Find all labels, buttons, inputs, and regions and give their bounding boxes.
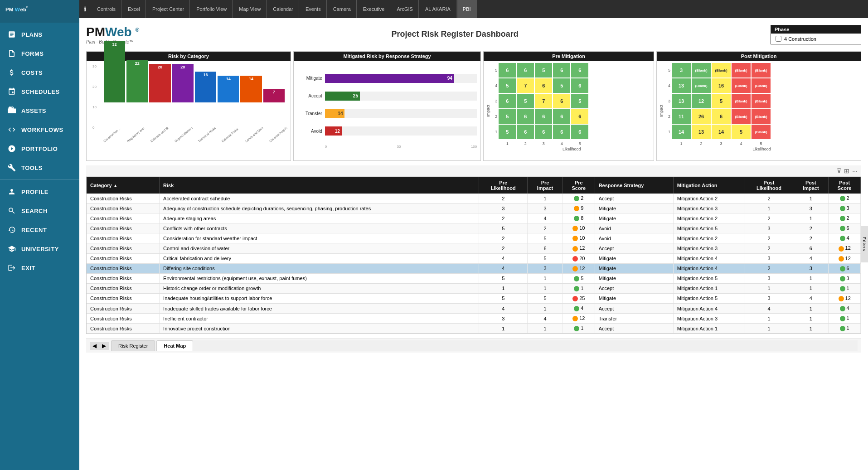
- nav-map-view[interactable]: Map View: [233, 0, 267, 18]
- table-row[interactable]: Construction Risks Inefficient contracto…: [87, 314, 861, 324]
- bar-col-6: 14: [240, 76, 262, 102]
- pre-hm-row-1: 1 5 6 6 6 6: [492, 125, 651, 139]
- pre-x-axis: 1 2 3 4 5: [499, 141, 651, 146]
- col-risk[interactable]: Risk: [160, 177, 479, 194]
- bottom-nav-area: ◀ ▶ Risk Register Heat Map: [86, 339, 861, 353]
- sidebar-item-recent[interactable]: RECENT: [0, 220, 79, 239]
- sidebar-item-profile[interactable]: PROFILE: [0, 182, 79, 201]
- more-icon[interactable]: ···: [852, 167, 858, 174]
- sidebar-item-assets[interactable]: ASSETS: [0, 101, 79, 120]
- cell-post-score: 3: [829, 273, 861, 283]
- sidebar-item-portfolio[interactable]: PORTFOLIO: [0, 139, 79, 158]
- col-category[interactable]: Category ▲: [87, 177, 160, 194]
- sidebar-item-tools[interactable]: TOOLS: [0, 158, 79, 177]
- cell-response: Mitigate: [595, 263, 673, 273]
- cell-post-l: 3: [745, 223, 793, 233]
- table-row[interactable]: Construction Risks Adequacy of construct…: [87, 204, 861, 213]
- content-area: PMWeb ® Plan · Build · Operate™ Project …: [79, 18, 868, 470]
- cell-post-l: 1: [745, 204, 793, 213]
- bar-7: 7: [263, 89, 285, 102]
- cell-pre-l: 4: [479, 263, 528, 273]
- bar-col-1: 22: [126, 60, 148, 102]
- sidebar-item-workflows[interactable]: WORKFLOWS: [0, 120, 79, 139]
- table-row[interactable]: Construction Risks Adequate staging area…: [87, 213, 861, 223]
- sidebar-item-exit[interactable]: EXIT: [0, 258, 79, 277]
- cell-risk: Accelerated contract schedule: [160, 194, 479, 204]
- cell-pre-l: 4: [479, 304, 528, 314]
- nav-calendar[interactable]: Calendar: [267, 0, 299, 18]
- pre-hm-row-2: 2 5 6 6 6 6: [492, 109, 651, 124]
- cell-pre-l: 2: [479, 213, 528, 223]
- cell-post-score: 1: [829, 283, 861, 293]
- table-row[interactable]: Construction Risks Control and diversion…: [87, 243, 861, 253]
- cell-post-score: 6: [829, 263, 861, 273]
- table-row[interactable]: Construction Risks Differing site condit…: [87, 263, 861, 273]
- cell-mitigation: Mitigation Action 3: [673, 243, 745, 253]
- col-pre-score[interactable]: PreScore: [563, 177, 595, 194]
- col-pre-likelihood[interactable]: PreLikelihood: [479, 177, 528, 194]
- tab-heat-map[interactable]: Heat Map: [156, 340, 193, 351]
- sidebar-item-forms[interactable]: FORMS: [0, 44, 79, 63]
- nav-project-center[interactable]: Project Center: [147, 0, 190, 18]
- nav-arcgis[interactable]: ArcGIS: [391, 0, 418, 18]
- cell-response: Accept: [595, 304, 673, 314]
- table-row[interactable]: Construction Risks Conflicts with other …: [87, 223, 861, 233]
- nav-alakaria[interactable]: AL AKARIA: [420, 0, 456, 18]
- sidebar-item-plans[interactable]: PLANS: [0, 25, 79, 44]
- mitigated-risk-body: Mitigate 94 Accept: [294, 61, 480, 160]
- cell-pre-i: 1: [528, 324, 563, 334]
- col-post-likelihood[interactable]: PostLikelihood: [745, 177, 793, 194]
- logo-registered: ®: [135, 27, 139, 33]
- nav-excel[interactable]: Excel: [122, 0, 146, 18]
- nav-portfolio-view[interactable]: Portfolio View: [191, 0, 233, 18]
- table-row[interactable]: Construction Risks Critical fabrication …: [87, 253, 861, 263]
- filter-icon[interactable]: ⊽: [837, 167, 841, 174]
- bottom-tabs: Risk Register Heat Map: [111, 340, 858, 351]
- sidebar-item-costs[interactable]: COSTS: [0, 63, 79, 82]
- table-row[interactable]: Construction Risks Environmental restric…: [87, 273, 861, 283]
- cell-mitigation: Mitigation Action 5: [673, 223, 745, 233]
- col-post-impact[interactable]: PostImpact: [793, 177, 829, 194]
- cell-pre-score: 20: [563, 253, 595, 263]
- nav-executive[interactable]: Executive: [358, 0, 391, 18]
- col-mitigation[interactable]: Mitigation Action: [673, 177, 745, 194]
- hbar-accept: Accept 25: [297, 92, 477, 101]
- prev-button[interactable]: ◀: [90, 342, 99, 350]
- cell-post-l: 2: [745, 263, 793, 273]
- nav-events[interactable]: Events: [300, 0, 327, 18]
- sidebar-item-search[interactable]: SEARCH: [0, 201, 79, 220]
- pre-mitigation-title: Pre Mitigation: [484, 52, 654, 61]
- mitigated-risk-panel: Mitigated Risk by Response Strategy Miti…: [293, 51, 481, 161]
- table-row[interactable]: Construction Risks Consideration for sta…: [87, 233, 861, 243]
- nav-camera[interactable]: Camera: [328, 0, 357, 18]
- filters-toggle-button[interactable]: Filters: [861, 226, 868, 262]
- next-button[interactable]: ▶: [99, 342, 109, 350]
- phase-filter: Phase 4 Construction: [771, 25, 861, 44]
- phase-checkbox[interactable]: [776, 36, 781, 42]
- export-icon[interactable]: ⊞: [844, 167, 849, 174]
- cell-post-i: 6: [793, 243, 829, 253]
- tools-icon: [7, 163, 17, 173]
- cell-response: Mitigate: [595, 213, 673, 223]
- col-post-score[interactable]: PostScore: [829, 177, 861, 194]
- sidebar-item-schedules[interactable]: SCHEDULES: [0, 82, 79, 101]
- nav-pbi[interactable]: PBI: [457, 0, 477, 18]
- dashboard: PMWeb ® Plan · Build · Operate™ Project …: [79, 18, 868, 359]
- col-response[interactable]: Response Strategy: [595, 177, 673, 194]
- table-row[interactable]: Construction Risks Inadequate skilled tr…: [87, 304, 861, 314]
- cell-post-l: 1: [745, 283, 793, 293]
- cell-pre-l: 2: [479, 243, 528, 253]
- col-pre-impact[interactable]: PreImpact: [528, 177, 563, 194]
- info-icon[interactable]: ℹ: [84, 5, 86, 13]
- table-row[interactable]: Construction Risks Innovative project co…: [87, 324, 861, 334]
- cell-response: Mitigate: [595, 273, 673, 283]
- table-row[interactable]: Construction Risks Accelerated contract …: [87, 194, 861, 204]
- pre-hm-row-5-cells: 6 6 5 6 6: [499, 63, 588, 78]
- exit-icon: [7, 263, 17, 273]
- sidebar-item-university[interactable]: UNIVERSITY: [0, 239, 79, 258]
- table-row[interactable]: Construction Risks Inadequate housing/ut…: [87, 293, 861, 303]
- nav-controls[interactable]: Controls: [92, 0, 121, 18]
- post-mitigation-title: Post Mitigation: [657, 52, 861, 61]
- table-row[interactable]: Construction Risks Historic change order…: [87, 283, 861, 293]
- tab-risk-register[interactable]: Risk Register: [111, 340, 155, 351]
